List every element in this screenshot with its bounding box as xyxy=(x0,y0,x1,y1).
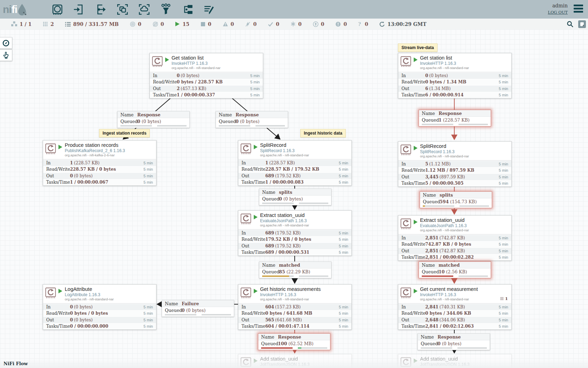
stat-row-read-write: Read/Write228.57 KB / 0 bytes5 min xyxy=(43,166,156,173)
connection-matched-live[interactable]: Namematched Queued10 (2.56 KB) xyxy=(419,261,491,278)
stat-row-read-write: Read/Write0 bytes / 228.57 KB5 min xyxy=(150,79,263,86)
stat-row-out: Out0(0 bytes)5 min xyxy=(43,316,156,323)
stat-row-tasks: Tasks/Time1 / 00:00:00.3375 min xyxy=(150,92,263,98)
status-up-to-date: 0 xyxy=(268,21,279,27)
status-stopped: 0 xyxy=(201,21,211,27)
stopped-icon xyxy=(201,22,205,27)
queue-fill-bars xyxy=(420,205,492,208)
queue-fill-bars xyxy=(419,275,491,278)
flow-status-bar: 1 / 1 2 890 / 331.57 MB 0 0 15 0 0 0 0 0 xyxy=(0,19,588,30)
cluster-icon xyxy=(11,21,17,27)
processor-stamp-icon xyxy=(238,142,254,155)
processor-title: Get historic measurements xyxy=(260,286,321,292)
processor-extract-station-uuid-historic[interactable]: Extract station_uuid EvaluateJsonPath 1.… xyxy=(238,210,352,256)
processor-get-historic-measurements[interactable]: Get historic measurements InvokeHTTP 1.1… xyxy=(238,284,352,330)
processor-bundle: org.apache.nifi - nifi-standard-nar xyxy=(260,223,309,227)
toolbar-remote-process-group-icon[interactable] xyxy=(137,2,151,16)
queue-fill-bars xyxy=(419,123,491,126)
processor-stamp-icon xyxy=(150,55,165,68)
stat-row-in: In0(0 bytes)5 min xyxy=(398,72,511,79)
connection-response-live[interactable]: NameResponse Queued1 (228.57 KB) xyxy=(419,110,491,127)
stat-row-tasks: Tasks/Time0 / 00:00:00.0005 min xyxy=(43,323,156,330)
birdseye-navigate-button[interactable] xyxy=(0,37,12,49)
stat-row-tasks: Tasks/Time1 / 00:00:00.0675 min xyxy=(43,179,156,186)
svg-text:?: ? xyxy=(358,21,361,27)
processor-logattribute[interactable]: LogAttribute LogAttribute 1.16.3 org.apa… xyxy=(43,284,156,330)
toolbar-input-port-icon[interactable] xyxy=(72,2,86,16)
processor-type: InvokeHTTP 1.16.3 xyxy=(420,292,478,297)
processor-title: Produce station records xyxy=(65,142,125,148)
stat-row-out: Out689(179.52 KB)5 min xyxy=(238,243,351,249)
processor-bundle: org.apache.nifi - nifi-standard-nar xyxy=(260,153,309,157)
nifi-logo: nifi xyxy=(3,3,44,16)
stat-row-out: Out0(0 bytes)5 min xyxy=(43,172,156,179)
nifi-drop-icon xyxy=(17,3,28,16)
stat-row-out: Out2,851(742.87 KB)5 min xyxy=(398,247,511,254)
connection-response-to-splitrecord[interactable]: NameResponse Queued0 (0 bytes) xyxy=(216,111,288,128)
running-status-icon xyxy=(414,219,418,226)
processor-stamp-icon xyxy=(43,142,58,155)
toolbar-process-group-icon[interactable] xyxy=(115,2,130,16)
connection-splits-historic[interactable]: Namesplits Queued0 (0 bytes) xyxy=(259,189,331,205)
running-status-icon xyxy=(254,144,258,151)
stat-row-read-write: Read/Write179.52 KB / 0 bytes5 min xyxy=(238,236,351,243)
connection-response-to-produce[interactable]: NameResponse Queued0 (0 bytes) xyxy=(117,111,190,128)
processor-extract-station-uuid-live[interactable]: Extract station_uuid EvaluateJsonPath 1.… xyxy=(398,215,512,261)
breadcrumb-root[interactable]: NiFi Flow xyxy=(4,361,28,366)
logo-text-ni: ni xyxy=(3,4,12,15)
processor-title: LogAttribute xyxy=(65,286,114,292)
connection-response-live-empty[interactable]: NameResponse Queued0 (0 bytes) xyxy=(418,333,490,350)
processor-title: SplitRecord xyxy=(420,143,469,149)
stat-row-tasks: Tasks/Time6 / 00:00:00.9145 min xyxy=(398,92,511,98)
toolbar-template-icon[interactable] xyxy=(181,2,195,16)
logout-link[interactable]: LOG OUT xyxy=(548,9,568,15)
selection-hand-button[interactable] xyxy=(0,49,12,61)
canvas-panel-toggle-button[interactable] xyxy=(578,20,586,28)
global-menu-button[interactable] xyxy=(574,5,583,14)
queue-fill-bars xyxy=(418,347,490,350)
connection-splits-live[interactable]: Namesplits Queued594 (154.73 KB) xyxy=(420,191,492,208)
logo-text-fi: fi xyxy=(12,4,17,15)
stat-row-in: In2,841(740.31 KB)5 min xyxy=(398,304,511,310)
connection-response-historic-full[interactable]: NameResponse Queued100 (62.52 MB) xyxy=(258,333,330,350)
status-refresh: 13:00:29 GMT xyxy=(379,21,427,27)
connection-failure-to-logattribute[interactable]: NameFailure Queued0 (0 bytes) xyxy=(162,300,234,317)
toolbar-funnel-icon[interactable] xyxy=(159,2,173,16)
toolbar-output-port-icon[interactable] xyxy=(94,2,108,16)
stat-row-read-write: Read/Write742.87 KB / 0 bytes5 min xyxy=(398,241,511,248)
processor-type: InvokeHTTP 1.16.3 xyxy=(172,61,220,66)
running-status-icon xyxy=(165,57,169,63)
invalid-icon xyxy=(223,21,228,27)
toolbar-label-icon[interactable] xyxy=(202,2,216,16)
search-icon[interactable] xyxy=(567,21,573,27)
processor-bundle: org.apache.nifi - nifi-standard-nar xyxy=(260,297,321,301)
stat-row-in: In5(1.12 MB)5 min xyxy=(398,161,511,167)
refresh-icon[interactable] xyxy=(379,21,385,27)
queue-fill-bars xyxy=(258,347,330,350)
flow-label-stream-live-data[interactable]: Stream live-data xyxy=(398,43,438,52)
flow-label-ingest-station-records[interactable]: Ingest station records xyxy=(99,129,150,137)
flow-label-ingest-historic-data[interactable]: Ingest historic data xyxy=(300,129,346,137)
connection-matched-historic[interactable]: Namematched Queued85 (22.29 KB) xyxy=(259,261,331,278)
processor-splitrecord-live[interactable]: SplitRecord SplitRecord 1.16.3 org.apach… xyxy=(398,141,512,187)
processor-produce-station-records[interactable]: Produce station records PublishKafkaReco… xyxy=(43,140,156,186)
processor-bundle: org.apache.nifi - nifi-kafka-2-6-nar xyxy=(65,153,125,157)
stat-row-tasks: Tasks/Time689 / 00:00:00.5315 min xyxy=(238,249,351,256)
stat-row-read-write: Read/Write0 bytes / 641.68 MB5 min xyxy=(238,310,351,317)
stat-row-in: In1(228.57 KB)5 min xyxy=(238,159,351,166)
running-status-icon xyxy=(414,288,418,295)
processor-title: Extract station_uuid xyxy=(420,217,469,223)
stat-row-out: Out3,445(897.59 KB)5 min xyxy=(398,173,511,180)
running-icon xyxy=(175,21,180,27)
processor-get-station-list-historic[interactable]: Get station list InvokeHTTP 1.16.3 org.a… xyxy=(149,53,263,98)
processor-title: Get station list xyxy=(420,55,469,61)
processor-splitrecord-historic[interactable]: SplitRecord SplitRecord 1.16.3 org.apach… xyxy=(238,140,352,186)
stat-row-tasks: Tasks/Time5 / 00:00:00.5055 min xyxy=(398,180,511,187)
status-disabled: 0 xyxy=(245,21,257,27)
processor-get-station-list-live[interactable]: Get station list InvokeHTTP 1.16.3 org.a… xyxy=(398,53,512,98)
toolbar-processor-icon[interactable] xyxy=(50,2,64,16)
stat-row-read-write: Read/Write0 bytes / 0 bytes5 min xyxy=(43,310,156,317)
panel-icon xyxy=(580,22,584,27)
flow-canvas[interactable]: Stream live-data Ingest station records … xyxy=(0,29,588,368)
processor-get-current-measurement[interactable]: Get current measurement InvokeHTTP 1.16.… xyxy=(398,284,512,330)
